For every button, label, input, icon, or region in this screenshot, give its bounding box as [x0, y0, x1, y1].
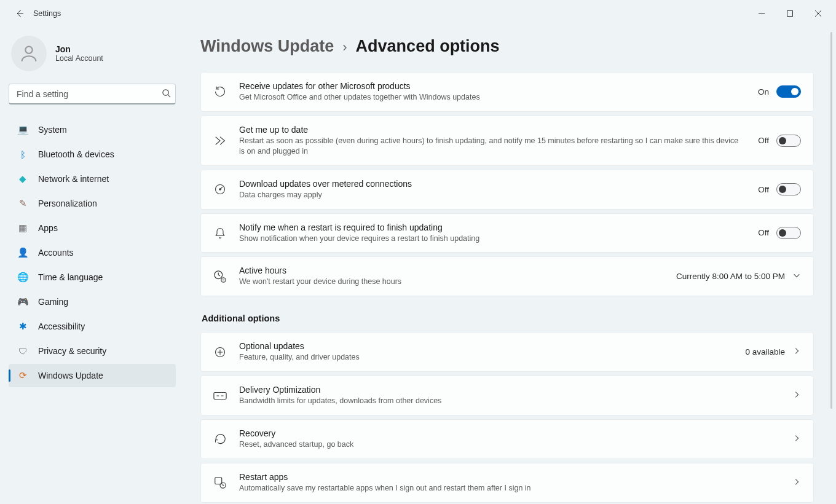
setting-subtitle: Automatically save my restartable apps w… — [239, 483, 780, 494]
sidebar-item-label: Apps — [38, 223, 58, 233]
setting-subtitle: Data charges may apply — [239, 190, 746, 200]
scrollbar[interactable] — [827, 32, 835, 503]
svg-rect-8 — [214, 392, 226, 399]
setting-metered[interactable]: Download updates over metered connection… — [200, 170, 814, 210]
update-icon: ⟳ — [17, 370, 28, 381]
chevron-right-icon[interactable] — [792, 347, 801, 357]
setting-subtitle: Restart as soon as possible (even during… — [239, 136, 746, 157]
active-hours-icon — [213, 270, 227, 283]
sidebar-item-label: Accounts — [38, 248, 74, 258]
up-to-date-icon — [213, 134, 227, 148]
setting-title: Delivery Optimization — [239, 385, 780, 395]
setting-notify-restart[interactable]: Notify me when a restart is required to … — [200, 213, 814, 253]
toggle-label: Off — [758, 228, 769, 237]
system-icon: 💻 — [17, 124, 28, 135]
delivery-optimization-icon — [213, 390, 227, 401]
setting-title: Receive updates for other Microsoft prod… — [239, 81, 746, 91]
sidebar-item-system[interactable]: 💻System — [9, 118, 176, 141]
sidebar-item-bluetooth[interactable]: ᛒBluetooth & devices — [9, 143, 176, 166]
chevron-right-icon[interactable] — [792, 478, 801, 488]
sidebar-item-label: System — [38, 125, 67, 135]
privacy-icon: 🛡 — [17, 345, 28, 356]
optional-updates-icon — [213, 346, 227, 358]
svg-point-4 — [219, 189, 221, 191]
setting-title: Optional updates — [239, 341, 733, 351]
setting-up-to-date[interactable]: Get me up to dateRestart as soon as poss… — [200, 116, 814, 166]
breadcrumb-separator: › — [342, 39, 347, 55]
restart-apps-icon — [213, 476, 227, 489]
toggle-switch[interactable] — [776, 135, 801, 147]
recovery-icon — [213, 433, 227, 445]
sidebar-item-accounts[interactable]: 👤Accounts — [9, 241, 176, 264]
titlebar: Settings — [0, 0, 836, 27]
setting-subtitle: Show notification when your device requi… — [239, 234, 746, 244]
sidebar-item-update[interactable]: ⟳Windows Update — [9, 364, 176, 387]
toggle-switch[interactable] — [776, 183, 801, 195]
minimize-button[interactable] — [747, 4, 776, 23]
setting-active-hours[interactable]: Active hoursWe won't restart your device… — [200, 256, 814, 296]
apps-icon: ▦ — [17, 222, 28, 234]
back-button[interactable] — [11, 5, 28, 22]
svg-rect-0 — [787, 11, 793, 17]
sidebar-item-privacy[interactable]: 🛡Privacy & security — [9, 339, 176, 363]
notify-restart-icon — [213, 227, 227, 239]
setting-delivery-optimization[interactable]: Delivery OptimizationBandwidth limits fo… — [200, 376, 814, 415]
user-subtitle: Local Account — [55, 54, 103, 63]
sidebar-item-label: Bluetooth & devices — [38, 149, 114, 159]
main-content: Windows Update › Advanced options Receiv… — [184, 27, 836, 504]
close-button[interactable] — [804, 4, 832, 23]
page-title: Advanced options — [356, 37, 500, 56]
sidebar: Jon Local Account 💻SystemᛒBluetooth & de… — [0, 27, 184, 504]
user-account[interactable]: Jon Local Account — [11, 36, 176, 71]
chevron-down-icon[interactable] — [792, 271, 801, 282]
sidebar-item-label: Gaming — [38, 297, 68, 307]
toggle-switch[interactable] — [776, 85, 801, 98]
sidebar-item-label: Privacy & security — [38, 346, 106, 356]
svg-point-2 — [163, 90, 168, 95]
nav-list: 💻SystemᛒBluetooth & devices◆Network & in… — [9, 118, 176, 387]
setting-subtitle: Feature, quality, and driver updates — [239, 352, 733, 363]
toggle-label: Off — [758, 185, 769, 194]
setting-title: Get me up to date — [239, 125, 746, 135]
toggle-switch[interactable] — [776, 227, 801, 239]
time-icon: 🌐 — [17, 272, 28, 283]
expand-value: Currently 8:00 AM to 5:00 PM — [676, 272, 785, 281]
search-field[interactable] — [9, 84, 176, 104]
additional-options-heading: Additional options — [202, 313, 814, 323]
setting-other-products[interactable]: Receive updates for other Microsoft prod… — [200, 72, 814, 112]
setting-title: Notify me when a restart is required to … — [239, 222, 746, 232]
setting-subtitle: Reset, advanced startup, go back — [239, 439, 780, 450]
setting-recovery[interactable]: RecoveryReset, advanced startup, go back — [200, 419, 814, 459]
window-controls — [747, 4, 832, 23]
chevron-right-icon[interactable] — [792, 434, 801, 444]
scrollbar-thumb[interactable] — [830, 32, 832, 409]
metered-icon — [213, 183, 227, 195]
trail-text: 0 available — [745, 347, 785, 356]
search-icon[interactable] — [162, 89, 171, 100]
sidebar-item-gaming[interactable]: 🎮Gaming — [9, 290, 176, 313]
setting-subtitle: We won't restart your device during thes… — [239, 277, 664, 287]
sidebar-item-label: Accessibility — [38, 321, 85, 331]
sidebar-item-label: Personalization — [38, 199, 97, 208]
window-title: Settings — [33, 9, 61, 18]
maximize-button[interactable] — [776, 4, 804, 23]
user-name: Jon — [55, 44, 103, 54]
sidebar-item-apps[interactable]: ▦Apps — [9, 216, 176, 240]
setting-title: Download updates over metered connection… — [239, 179, 746, 189]
gaming-icon: 🎮 — [17, 296, 28, 307]
setting-subtitle: Get Microsoft Office and other updates t… — [239, 92, 746, 103]
sidebar-item-network[interactable]: ◆Network & internet — [9, 167, 176, 191]
sidebar-item-label: Windows Update — [38, 371, 103, 380]
setting-restart-apps[interactable]: Restart appsAutomatically save my restar… — [200, 463, 814, 503]
sidebar-item-accessibility[interactable]: ✱Accessibility — [9, 315, 176, 338]
breadcrumb-parent[interactable]: Windows Update — [200, 37, 334, 56]
breadcrumb: Windows Update › Advanced options — [200, 37, 814, 56]
sidebar-item-time[interactable]: 🌐Time & language — [9, 266, 176, 289]
sidebar-item-personalization[interactable]: ✎Personalization — [9, 192, 176, 215]
setting-optional-updates[interactable]: Optional updatesFeature, quality, and dr… — [200, 332, 814, 372]
accounts-icon: 👤 — [17, 247, 28, 258]
chevron-right-icon[interactable] — [792, 390, 801, 401]
search-input[interactable] — [9, 84, 176, 104]
personalization-icon: ✎ — [17, 198, 28, 209]
accessibility-icon: ✱ — [17, 321, 28, 332]
